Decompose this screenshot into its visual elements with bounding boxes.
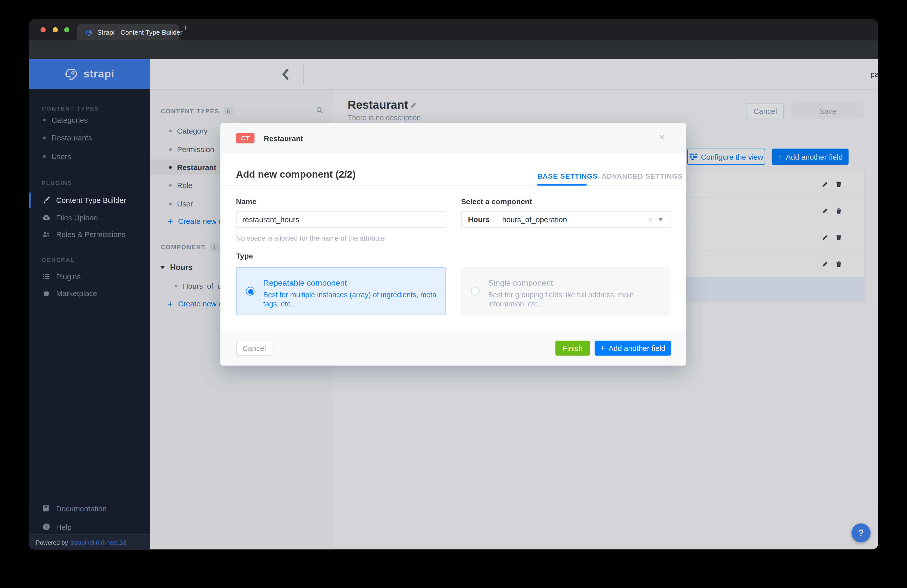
select-caret-icon[interactable] — [658, 218, 663, 221]
browser-tab[interactable]: Strapi - Content Type Builder × — [77, 24, 179, 40]
select-clear-icon[interactable]: × — [648, 215, 652, 223]
window-minimize-button[interactable] — [53, 27, 58, 32]
tabs-divider — [220, 185, 686, 186]
modal-add-another-field-button[interactable]: + Add another field — [595, 341, 671, 356]
repeatable-title: Repeatable component — [263, 278, 347, 287]
single-component-option[interactable]: Single component Best for grouping field… — [461, 267, 670, 315]
single-title: Single component — [488, 278, 553, 287]
type-label: Type — [236, 252, 253, 260]
tab-advanced-settings[interactable]: ADVANCED SETTINGS — [601, 172, 683, 180]
select-component-label: Select a component — [461, 197, 532, 206]
browser-toolbar: i localhost:1337/admin/plugins/content-t… — [29, 40, 878, 59]
finish-button[interactable]: Finish — [555, 341, 590, 356]
plus-icon: + — [600, 344, 605, 353]
repeatable-component-option[interactable]: Repeatable component Best for multiple i… — [236, 267, 446, 315]
add-component-modal: CT Restaurant × Add new component (2/2) … — [220, 123, 686, 365]
name-hint: No space is allowed for the name of the … — [236, 234, 385, 242]
modal-cancel-button[interactable]: Cancel — [236, 341, 272, 356]
component-select[interactable]: Hours — hours_of_operation × — [461, 211, 670, 228]
window-zoom-button[interactable] — [64, 27, 70, 32]
repeatable-description: Best for multiple instances (array) of i… — [263, 291, 437, 309]
strapi-favicon — [85, 29, 93, 37]
content-type-badge: CT — [236, 133, 255, 143]
select-value-uid: — hours_of_operation — [492, 215, 567, 224]
browser-titlebar: Strapi - Content Type Builder × + — [29, 19, 878, 40]
single-description: Best for grouping fields like full addre… — [488, 291, 656, 309]
modal-header-title: Restaurant — [264, 134, 303, 143]
name-input[interactable] — [236, 211, 445, 228]
active-tab-underline — [537, 184, 587, 186]
modal-close-icon[interactable]: × — [659, 132, 665, 143]
modal-footer: Cancel Finish + Add another field — [220, 330, 686, 365]
modal-header: CT Restaurant × — [220, 123, 686, 153]
window-close-button[interactable] — [40, 27, 46, 32]
strapi-admin-page: paulbocuse ▼ EN strapi CONTENT TYPES Cat… — [29, 59, 878, 549]
tab-title: Strapi - Content Type Builder — [97, 29, 183, 36]
radio-unselected-icon[interactable] — [471, 287, 479, 295]
browser-window: Strapi - Content Type Builder × + i loca… — [29, 19, 878, 549]
select-value-name: Hours — [468, 215, 490, 224]
modal-title: Add new component (2/2) — [236, 169, 356, 180]
tab-base-settings[interactable]: BASE SETTINGS — [537, 172, 598, 180]
radio-selected-icon[interactable] — [246, 287, 254, 295]
name-label: Name — [236, 197, 256, 206]
new-tab-button[interactable]: + — [183, 22, 189, 34]
tab-close-icon[interactable]: × — [165, 28, 170, 37]
